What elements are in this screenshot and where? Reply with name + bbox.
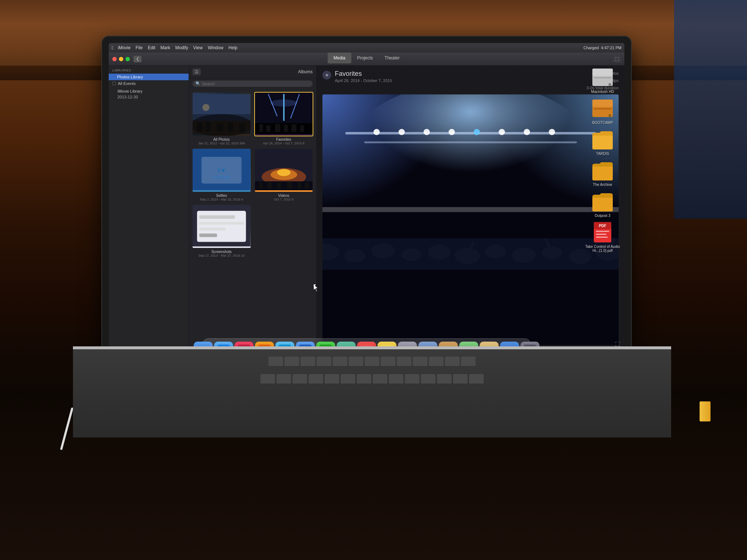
menu-edit[interactable]: Edit [148,45,155,50]
key-f4[interactable] [333,357,347,367]
keyboard-row2 [73,374,671,392]
key-f10[interactable] [429,357,444,367]
pdf-label: Take Control of Audio Hi...(1.0).pdf [584,245,622,253]
album-image-screenshots [193,205,251,248]
svg-rect-29 [255,181,313,190]
svg-point-13 [270,100,297,107]
key-7[interactable] [373,374,387,384]
laptop-screen:  iMovie File Edit Mark Modify View Wind… [109,43,624,365]
desktop-icon-macintoshhd[interactable]: Macintosh HD [584,66,622,94]
sidebar-library-date[interactable]: 2013-12-30 [112,94,185,100]
key-f8[interactable] [397,357,411,367]
svg-text:VOTING: VOTING [213,175,230,180]
concert-svg [322,94,619,345]
sidebar-item-photos-library[interactable]: Photos Library [109,74,189,80]
key-f6[interactable] [365,357,379,367]
expand-window-button[interactable]: ⛶ [613,55,621,63]
svg-rect-85 [592,100,613,107]
album-image-selfies: I ♥ VOTING [193,149,251,192]
desktop-icon-outpost3[interactable]: Outpost 3 [584,190,622,218]
album-item-screenshots[interactable]: Screenshots Sep 17, 2013 - Mar 27, 2016 … [192,204,251,257]
album-item-allphotos[interactable]: All Photos Jan 21, 2012 - Apr 22, 2016 3… [192,92,251,145]
key-f9[interactable] [413,357,427,367]
outpost3-folder-icon [591,190,614,213]
key-8[interactable] [389,374,403,384]
preview-date-range: April 26, 2014 - October 7, 2015 [335,78,583,83]
svg-point-53 [474,129,480,135]
album-item-selfies[interactable]: I ♥ VOTING Selfies May 2, 2014 - Mar 15,… [192,148,251,201]
album-action-button[interactable]: ☰ [193,69,201,75]
menu-file[interactable]: File [136,45,143,50]
key-4[interactable] [325,374,339,384]
macbook-laptop:  iMovie File Edit Mark Modify View Wind… [73,36,671,438]
tab-theater[interactable]: Theater [379,52,405,63]
key-esc[interactable] [268,357,283,367]
key-f1[interactable] [285,357,299,367]
bootcamp-icon [591,97,614,120]
svg-rect-7 [228,122,233,132]
svg-point-87 [608,114,611,117]
menu-window[interactable]: Window [208,45,224,50]
svg-rect-19 [291,124,296,132]
key-minus[interactable] [437,374,452,384]
preview-album-title: Favorites [335,70,583,78]
usb-drive [700,401,711,421]
sidebar-imovie-library[interactable]: iMovie Library [112,88,185,94]
album-thumb-selfies: I ♥ VOTING [192,148,251,192]
svg-rect-31 [267,182,272,188]
sidebar-item-all-events[interactable]: All Events [109,80,189,87]
close-button[interactable] [112,57,117,61]
svg-rect-96 [596,237,608,238]
album-item-videos[interactable]: Videos Oct 7, 2015 5 [254,148,314,201]
key-f3[interactable] [317,357,331,367]
svg-point-54 [499,129,505,135]
svg-point-56 [549,129,555,135]
desktop-icon-bootcamp[interactable]: BOOTCAMP [584,97,622,125]
svg-rect-41 [199,233,217,237]
svg-rect-94 [596,231,609,232]
apple-menu[interactable]:  [112,45,113,51]
key-f7[interactable] [381,357,395,367]
search-bar[interactable]: 🔍 [193,81,313,87]
back-button[interactable]: ❮ [133,56,142,62]
desktop-icon-archive[interactable]: The Archive [584,159,622,187]
desktop-icon-tardis[interactable]: TARDIS [584,128,622,156]
key-f5[interactable] [349,357,363,367]
key-2[interactable] [293,374,307,384]
svg-rect-6 [217,124,223,132]
svg-rect-86 [594,108,611,109]
key-f11[interactable] [445,357,460,367]
tardis-folder-icon [591,128,614,151]
album-name-favorites: Favorites [254,137,314,141]
svg-rect-40 [199,228,226,230]
key-3[interactable] [309,374,323,384]
search-input[interactable] [202,82,310,86]
key-0[interactable] [421,374,436,384]
key-9[interactable] [405,374,419,384]
key-tilde[interactable] [260,374,275,384]
key-1[interactable] [276,374,291,384]
album-name-videos: Videos [254,194,314,198]
fullscreen-button[interactable] [125,57,130,61]
key-6[interactable] [357,374,371,384]
album-thumb-allphotos [192,92,251,136]
minimize-button[interactable] [119,57,123,61]
menu-modify[interactable]: Modify [175,45,188,50]
key-f12[interactable] [461,357,476,367]
album-item-favorites[interactable]: Favorites Apr 26, 2014 - Oct 7, 2015 8 [254,92,314,145]
desktop-icon-pdf[interactable]: PDF Take Control of Audio Hi...(1.0).pdf [584,221,622,253]
menu-help[interactable]: Help [228,45,237,50]
svg-rect-5 [206,122,210,132]
key-delete[interactable] [469,374,484,384]
preview-image-area [322,94,619,345]
tab-media[interactable]: Media [328,52,351,63]
menu-view[interactable]: View [193,45,203,50]
menubar-right: Charged 4:47:21 PM [584,46,622,50]
key-equal[interactable] [453,374,468,384]
menu-mark[interactable]: Mark [160,45,170,50]
key-f2[interactable] [301,357,315,367]
key-5[interactable] [341,374,355,384]
battery-status: Charged [584,46,599,50]
tab-projects[interactable]: Projects [351,52,379,63]
menu-imovie[interactable]: iMovie [118,45,131,50]
